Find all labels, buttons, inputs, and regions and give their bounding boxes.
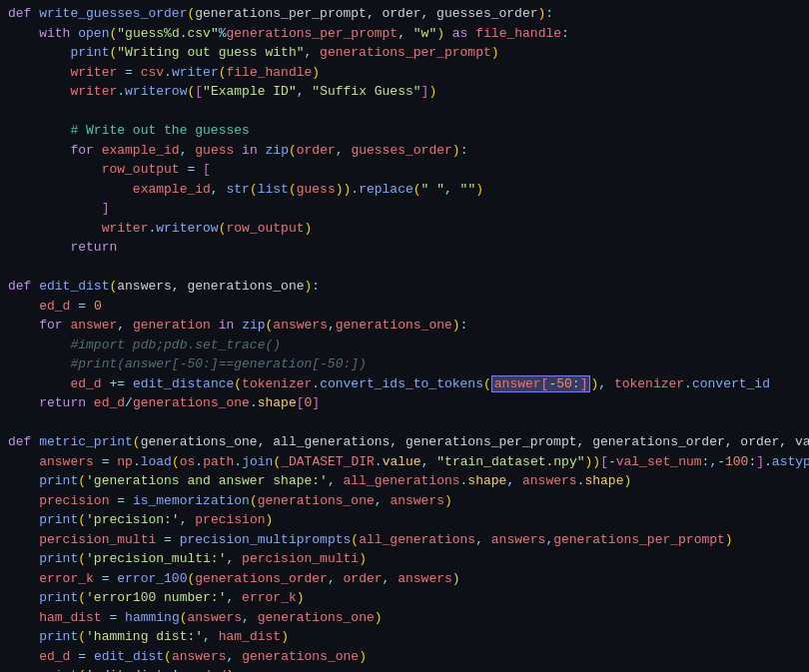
code-line-15: def edit_dist(answers, generations_one): xyxy=(0,277,809,297)
code-line-26: precision = is_memorization(generations_… xyxy=(0,491,809,511)
code-line-21: return ed_d/generations_one.shape[0] xyxy=(0,393,809,413)
code-line-1: def write_guesses_order(generations_per_… xyxy=(0,4,809,24)
code-line-2: with open("guess%d.csv"%generations_per_… xyxy=(0,24,809,44)
code-line-13: return xyxy=(0,238,809,258)
code-line-22 xyxy=(0,413,809,433)
code-editor: def write_guesses_order(generations_per_… xyxy=(0,0,809,672)
code-line-11: ] xyxy=(0,199,809,219)
code-line-24: answers = np.load(os.path.join(_DATASET_… xyxy=(0,452,809,472)
code-line-9: row_output = [ xyxy=(0,160,809,180)
code-line-18: #import pdb;pdb.set_trace() xyxy=(0,336,809,355)
code-line-17: for answer, generation in zip(answers,ge… xyxy=(0,316,809,336)
code-line-23: def metric_print(generations_one, all_ge… xyxy=(0,432,809,452)
code-line-34: ed_d = edit_dist(answers, generations_on… xyxy=(0,647,809,667)
code-line-3: print("Writing out guess with", generati… xyxy=(0,43,809,63)
code-line-31: print('error100 number:', error_k) xyxy=(0,588,809,608)
code-line-4: writer = csv.writer(file_handle) xyxy=(0,63,809,83)
code-line-16: ed_d = 0 xyxy=(0,297,809,317)
code-line-6 xyxy=(0,102,809,122)
code-line-7: # Write out the guesses xyxy=(0,121,809,141)
code-line-8: for example_id, guess in zip(order, gues… xyxy=(0,141,809,161)
code-line-30: error_k = error_100(generations_order, o… xyxy=(0,569,809,589)
code-line-33: print('hamming dist:', ham_dist) xyxy=(0,627,809,647)
code-line-20: ed_d += edit_distance(tokenizer.convert_… xyxy=(0,374,809,394)
code-line-25: print('generations and answer shape:', a… xyxy=(0,471,809,491)
code-line-27: print('precision:', precision) xyxy=(0,510,809,530)
code-line-32: ham_dist = hamming(answers, generations_… xyxy=(0,608,809,628)
code-line-19: #print(answer[-50:]==generation[-50:]) xyxy=(0,354,809,374)
code-line-5: writer.writerow(["Example ID", "Suffix G… xyxy=(0,82,809,102)
code-line-28: percision_multi = precision_multiprompts… xyxy=(0,530,809,550)
code-line-35: print('edit dist:', ed_d) xyxy=(0,666,809,672)
code-line-14 xyxy=(0,258,809,278)
code-line-29: print('precision_multi:', percision_mult… xyxy=(0,549,809,569)
code-line-12: writer.writerow(row_output) xyxy=(0,219,809,239)
code-line-10: example_id, str(list(guess)).replace(" "… xyxy=(0,180,809,200)
